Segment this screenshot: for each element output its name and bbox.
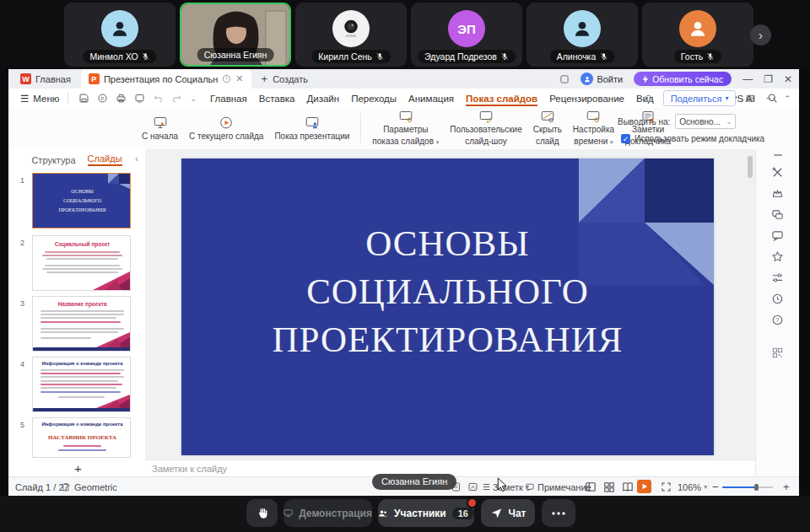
present-button[interactable]: Показ презентации [274, 116, 349, 141]
plus-icon: + [262, 73, 268, 85]
status-tool-icon-2[interactable] [467, 477, 478, 497]
comment-button[interactable]: Примечание [525, 477, 591, 497]
more-controls-button[interactable] [542, 499, 575, 527]
collapse-ribbon-icon[interactable]: ⌃ [784, 94, 791, 103]
monitor-play-icon [153, 116, 168, 130]
help-icon[interactable]: ? [771, 314, 784, 326]
print-icon[interactable] [116, 93, 127, 104]
add-slide-button[interactable]: + [74, 461, 82, 476]
slide-thumbnail-2[interactable]: Социальный проект [32, 235, 131, 291]
qr-code-icon[interactable] [771, 347, 784, 359]
raise-hand-button[interactable] [246, 499, 278, 527]
undo-icon[interactable] [153, 93, 164, 104]
toolbar-more-chevron-icon[interactable]: ⌄ [190, 94, 197, 103]
share-screen-button[interactable]: Демонстрация [284, 499, 372, 527]
menu-tab-design[interactable]: Дизайн [306, 91, 339, 106]
participants-button[interactable]: Участники 16 [378, 499, 474, 527]
history-icon[interactable] [771, 293, 784, 305]
zoom-out-button[interactable]: − [712, 477, 719, 497]
current-slide[interactable]: ОСНОВЫ СОЦИАЛЬНОГО ПРОЕКТИРОВАНИЯ [181, 159, 714, 455]
from-current-slide-button[interactable]: С текущего слайда [189, 116, 263, 141]
restore-button[interactable]: ❐ [764, 73, 773, 85]
scroll-up-icon[interactable] [774, 154, 782, 156]
login-button[interactable]: Войти [580, 73, 623, 85]
output-display-select[interactable]: Основно... ⌄ [675, 114, 736, 129]
create-label: Создать [273, 74, 308, 84]
notification-dot [467, 497, 478, 508]
share-button[interactable]: Поделиться ▾ [663, 90, 737, 106]
menu-tab-transitions[interactable]: Переходы [351, 91, 397, 106]
menu-tab-slideshow-active[interactable]: Показ слайдов [466, 91, 537, 106]
participant-tile[interactable]: Минмол ХО [64, 3, 176, 67]
document-tab[interactable]: P Презентация по Социальн ✕ [81, 69, 251, 89]
slideshow-play-button[interactable] [637, 480, 651, 493]
menu-tab-review[interactable]: Рецензирование [549, 91, 624, 106]
next-participants-button[interactable]: › [750, 24, 771, 46]
hide-slide-button[interactable]: Скрыть слайд [533, 110, 562, 145]
shapes-icon[interactable] [771, 208, 784, 221]
theme-button[interactable]: Geometric [61, 477, 117, 497]
tabbar-right-controls: Войти Обновить сейчас — ❐ ✕ [559, 69, 792, 89]
reading-view-button[interactable] [622, 477, 634, 497]
tab-structure[interactable]: Структура [31, 155, 75, 165]
star-icon[interactable] [771, 250, 784, 263]
zoom-slider[interactable] [722, 486, 773, 488]
menu-tab-home[interactable]: Главная [210, 91, 247, 106]
participant-tile[interactable]: Алиночка [526, 3, 638, 67]
canvas-scrollbar[interactable] [748, 156, 753, 178]
cloud-icon[interactable] [642, 94, 654, 104]
comment-icon[interactable] [771, 229, 784, 242]
wps-home-tab[interactable]: W Главная [8, 69, 81, 89]
slide-sorter-view-button[interactable] [603, 477, 615, 497]
workspace-icon[interactable] [559, 74, 570, 84]
zoom-slider-handle[interactable] [754, 484, 759, 491]
chevron-down-icon: ▾ [610, 139, 613, 145]
thumb-title-line: СОЦИАЛЬНОГО [33, 196, 131, 206]
main-menu-button[interactable]: ☰ Меню [20, 93, 59, 105]
participant-tile[interactable]: Кирилл Сень [295, 3, 407, 67]
slide-thumbnail-3[interactable]: Название проекта [32, 296, 131, 352]
from-start-button[interactable]: С начала [142, 116, 178, 141]
slide-thumbnail-5[interactable]: Информация о команде проекта НАСТАВНИК П… [32, 417, 131, 458]
slideshow-options-button[interactable]: Параметры показа слайдов ▾ [372, 110, 439, 145]
normal-view-button[interactable] [585, 477, 597, 497]
minimize-button[interactable]: — [742, 73, 753, 85]
participant-name-pill: Сюзанна Егиян [197, 48, 274, 62]
new-document-button[interactable]: + Создать [262, 73, 308, 85]
custom-slideshow-button[interactable]: Пользовательские слайд-шоу [450, 110, 521, 145]
wps-window: W Главная P Презентация по Социальн ✕ + … [8, 69, 799, 496]
menu-label: Меню [33, 94, 59, 104]
slide-canvas[interactable]: ОСНОВЫ СОЦИАЛЬНОГО ПРОЕКТИРОВАНИЯ [145, 149, 755, 459]
settings-sliders-icon[interactable] [771, 271, 784, 284]
participant-tile[interactable]: ЭП Эдуард Подрезов [411, 3, 522, 67]
zoom-level-button[interactable]: 106% ▾ [678, 477, 707, 497]
zoom-in-button[interactable]: + [783, 477, 790, 497]
participant-tile-active-speaker[interactable]: Сюзанна Егиян [180, 3, 291, 67]
screenshot-icon[interactable] [745, 93, 756, 104]
tab-slides[interactable]: Слайды [88, 153, 122, 166]
close-window-button[interactable]: ✕ [784, 73, 792, 85]
output-preview-icon[interactable] [134, 93, 145, 104]
close-tab-icon[interactable]: ✕ [235, 73, 243, 84]
update-now-button[interactable]: Обновить сейчас [634, 72, 732, 86]
menu-tab-insert[interactable]: Вставка [259, 91, 295, 106]
redo-icon[interactable] [171, 93, 182, 104]
collapse-panel-icon[interactable]: ‹ [135, 153, 138, 164]
menu-tab-animation[interactable]: Анимация [408, 91, 454, 106]
slide-thumbnail-4[interactable]: Информация о команде проекта [32, 357, 131, 412]
rehearse-timings-button[interactable]: Настройка времени ▾ [573, 110, 614, 145]
tools-icon[interactable] [771, 166, 784, 179]
more-options-icon[interactable]: ⋯ [765, 93, 775, 104]
play-circle-icon [219, 116, 234, 130]
slide-number: 2 [20, 239, 24, 247]
fullscreen-button[interactable] [661, 477, 672, 497]
beautify-icon[interactable] [771, 187, 784, 200]
participant-tile[interactable]: Гость [642, 3, 753, 67]
checkbox-checked-icon[interactable]: ✓ [621, 134, 630, 143]
export-pdf-icon[interactable]: P [97, 93, 108, 104]
slide-number: 5 [20, 421, 24, 429]
chat-button[interactable]: Чат [481, 499, 535, 527]
save-icon[interactable] [78, 93, 89, 104]
slide-thumbnail-1-selected[interactable]: ОСНОВЫ СОЦИАЛЬНОГО ПРОЕКТИРОВАНИЯ [32, 173, 131, 228]
panel-tabs: Структура Слайды [8, 149, 145, 170]
